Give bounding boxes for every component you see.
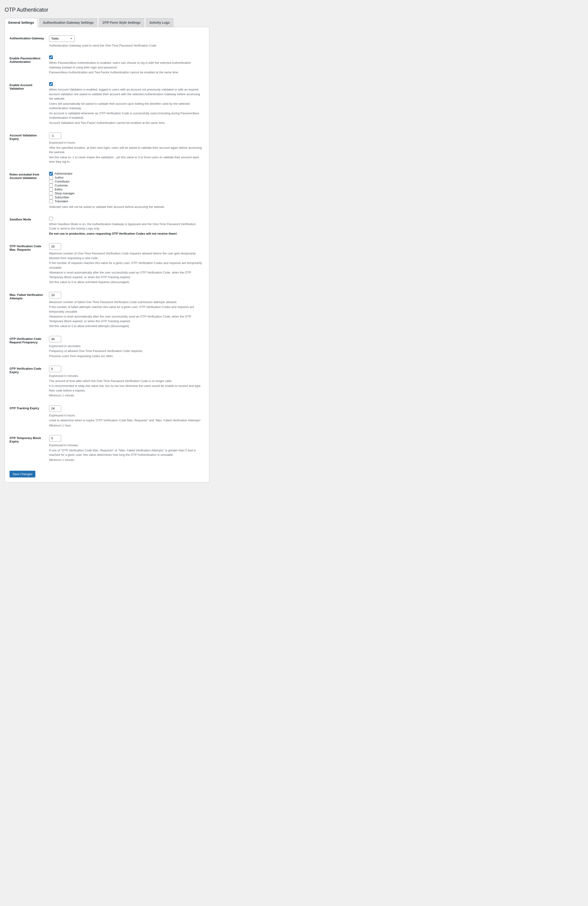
role-item: Subscriber [49, 196, 202, 199]
request-freq-label: OTP Verification Code Request Frequency [10, 332, 47, 362]
max-failed-desc4: Set this value to 0 to allow unlimited a… [49, 324, 202, 329]
role-item: Administrator [49, 172, 202, 175]
code-expiry-label: OTP Verification Code Expiry [10, 362, 47, 402]
tab-form-style[interactable]: OTP Form Style Settings [99, 18, 144, 27]
block-expiry-desc2: If one of "OTP Verification Code Max. Re… [49, 448, 202, 457]
validation-expiry-label: Account Validation Expiry [10, 129, 47, 168]
tabs-wrapper: General Settings Authentication Gateway … [5, 18, 209, 27]
role-label: Subscriber [55, 196, 69, 199]
max-failed-desc2: If the number of failed attempts reaches… [49, 305, 202, 314]
sandbox-label: Sandbox Mode [10, 213, 47, 240]
role-label: Translator [55, 199, 68, 203]
validation-expiry-desc3: Set this value to -1 to never expire the… [49, 155, 202, 164]
role-checkbox-subscriber[interactable] [49, 196, 53, 199]
validation-desc3: An account is validated whenever an OTP … [49, 111, 202, 120]
role-item: Translator [49, 199, 202, 203]
request-freq-desc2: Frequency of allowed One-Time Password V… [49, 349, 202, 353]
role-item: Author [49, 176, 202, 179]
request-freq-desc1: Expressed in secondes. [49, 344, 202, 348]
role-checkbox-administrator[interactable] [49, 172, 53, 175]
tab-activity-logs[interactable]: Activity Logs [146, 18, 173, 27]
max-failed-input[interactable] [49, 292, 61, 298]
role-item: Customer [49, 183, 202, 187]
code-expiry-desc4: Minimum 1 minute. [49, 393, 202, 398]
gateway-desc: Authentication Gateway used to send the … [49, 43, 202, 48]
passwordless-desc2: Passwordless Authentication and Two-Fact… [49, 70, 202, 75]
tracking-expiry-desc3: Minimum 1 hour. [49, 423, 202, 428]
max-failed-desc3: Allowance is reset automatically after t… [49, 314, 202, 323]
role-item: Shop manager [49, 191, 202, 195]
passwordless-checkbox[interactable] [49, 56, 53, 59]
passwordless-label: Enable Passwordless Authentication [10, 52, 47, 79]
roles-desc: Selected roles will not be asked to vali… [49, 205, 202, 209]
code-expiry-desc3: It is recommended to keep this value low… [49, 384, 202, 393]
block-expiry-desc1: Expressed in minutes. [49, 443, 202, 448]
request-freq-desc3: Prevents users from requesting codes too… [49, 354, 202, 359]
role-label: Customer [55, 183, 68, 187]
role-checkbox-translator[interactable] [49, 199, 53, 203]
sandbox-desc2: Do not use in production, users requesti… [49, 232, 177, 235]
max-requests-desc3: Allowance is reset automatically after t… [49, 270, 202, 279]
role-label: Author [55, 176, 64, 179]
role-label: Contributor [55, 180, 70, 183]
tab-content: Authentication Gateway Twilio Authentica… [5, 27, 209, 482]
max-requests-desc4: Set this value to 0 to allow unlimited r… [49, 280, 202, 284]
role-checkbox-shop-manager[interactable] [49, 191, 53, 195]
max-requests-desc2: If the number of requests reaches this v… [49, 261, 202, 270]
role-label: Editor [55, 188, 62, 191]
role-checkbox-customer[interactable] [49, 183, 53, 187]
validation-expiry-desc2: After the specified duration, at their n… [49, 145, 202, 155]
tracking-expiry-desc2: Used to determine when to expire "OTP Ve… [49, 418, 202, 423]
code-expiry-desc2: The amount of time after which the One-T… [49, 379, 202, 383]
block-expiry-label: OTP Temporary Block Expiry [10, 432, 47, 466]
tracking-expiry-input[interactable] [49, 405, 61, 412]
gateway-select[interactable]: Twilio [49, 35, 75, 42]
max-failed-desc1: Maximum number of failed One-Time Passwo… [49, 300, 202, 305]
passwordless-desc1: When Passwordless Authentication is enab… [49, 61, 202, 70]
validation-expiry-input[interactable] [49, 132, 61, 139]
role-checkbox-contributor[interactable] [49, 180, 53, 183]
sandbox-checkbox[interactable] [49, 217, 53, 220]
role-item: Editor [49, 188, 202, 191]
tab-gateway[interactable]: Authentication Gateway Settings [39, 18, 97, 27]
block-expiry-input[interactable] [49, 435, 61, 442]
sandbox-desc1: When Sandbox Mode is on, the Authenticat… [49, 222, 202, 231]
validation-expiry-desc1: Expressed in hours. [49, 140, 202, 145]
page-title: OTP Authenticator [5, 5, 209, 14]
save-button[interactable]: Save Changes [10, 471, 35, 477]
tracking-expiry-label: OTP Tracking Expiry [10, 402, 47, 432]
block-expiry-desc3: Minimum 1 minute. [49, 458, 202, 462]
gateway-label: Authentication Gateway [10, 32, 47, 52]
roles-label: Roles excluded from Account Validation [10, 168, 47, 213]
max-requests-label: OTP Verification Code Max. Requests [10, 240, 47, 289]
validation-checkbox[interactable] [49, 82, 53, 86]
validation-desc2: Users will automatically be asked to val… [49, 102, 202, 110]
role-label: Administrator [55, 172, 73, 175]
code-expiry-desc1: Expressed in minutes. [49, 373, 202, 378]
role-checkbox-author[interactable] [49, 176, 53, 179]
max-failed-label: Max. Failed Verification Attempts [10, 289, 47, 332]
validation-desc1: When Account Validation is enabled, logg… [49, 87, 202, 101]
validation-label: Enable Account Validation [10, 79, 47, 129]
request-freq-input[interactable] [49, 336, 61, 343]
max-requests-input[interactable] [49, 243, 61, 250]
validation-desc4: Account Validation and Two-Factor Authen… [49, 121, 202, 125]
tracking-expiry-desc1: Expressed in hours. [49, 413, 202, 418]
code-expiry-input[interactable] [49, 366, 61, 372]
tab-general[interactable]: General Settings [5, 18, 37, 27]
role-checkbox-editor[interactable] [49, 188, 53, 191]
role-label: Shop manager [55, 191, 75, 195]
role-item: Contributor [49, 180, 202, 183]
max-requests-desc1: Maximum number of One-Time Password Veri… [49, 251, 202, 260]
